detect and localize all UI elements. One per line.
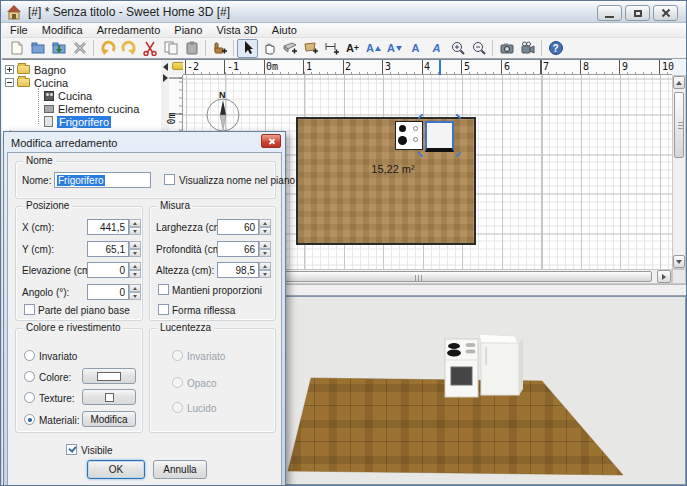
new-home-icon[interactable] <box>6 39 27 58</box>
spin-down[interactable] <box>129 270 141 278</box>
collapse-left-icon[interactable] <box>163 63 168 71</box>
spin-down[interactable] <box>259 249 271 257</box>
modify-materials-button[interactable]: Modifica <box>82 411 136 427</box>
spin-down[interactable] <box>129 292 141 300</box>
spin-up[interactable] <box>259 219 271 227</box>
create-photo-icon[interactable] <box>496 39 517 58</box>
increase-text-size-icon[interactable]: A <box>363 39 384 58</box>
ruler-label: 10 <box>662 61 674 72</box>
ok-button[interactable]: OK <box>87 460 145 479</box>
angle-spinner[interactable]: 0 <box>87 284 141 300</box>
materials-radio[interactable] <box>24 414 35 425</box>
texture-radio[interactable] <box>24 392 35 403</box>
vertical-scroll-thumb[interactable] <box>674 92 684 158</box>
spin-up[interactable] <box>129 284 141 292</box>
spin-up[interactable] <box>129 241 141 249</box>
dialog-title-bar[interactable]: Modifica arredamento <box>7 134 282 151</box>
scroll-up-button[interactable] <box>673 76 685 89</box>
expand-right-icon[interactable] <box>163 74 168 82</box>
spin-down[interactable] <box>129 227 141 235</box>
compass-icon[interactable]: N <box>203 89 243 133</box>
color-radio[interactable] <box>24 371 35 382</box>
plan-vertical-scrollbar[interactable] <box>672 75 686 269</box>
menu-arredamento[interactable]: Arredamento <box>97 24 161 36</box>
create-rooms-tool-icon[interactable] <box>300 39 321 58</box>
maximize-button[interactable] <box>625 5 650 21</box>
x-position-spinner[interactable]: 441,5 <box>87 219 141 235</box>
texture-button[interactable] <box>82 389 136 405</box>
width-spinner[interactable]: 60 <box>217 219 271 235</box>
minimize-button[interactable] <box>597 5 622 21</box>
base-plan-checkbox[interactable] <box>24 304 35 315</box>
paste-icon[interactable] <box>181 39 202 58</box>
color-swatch-button[interactable] <box>82 368 136 384</box>
visible-label: Visibile <box>81 445 113 456</box>
create-video-icon[interactable] <box>517 39 538 58</box>
tree-item-cucina-group[interactable]: Cucina <box>5 76 68 89</box>
pan-tool-icon[interactable] <box>258 39 279 58</box>
cut-icon[interactable] <box>139 39 160 58</box>
help-icon[interactable]: ? <box>545 39 566 58</box>
tree-item-frigorifero[interactable]: Frigorifero <box>44 115 111 128</box>
copy-icon[interactable] <box>160 39 181 58</box>
menu-aiuto[interactable]: Aiuto <box>272 24 297 36</box>
application-window: [#] * Senza titolo - Sweet Home 3D [#] F… <box>0 0 687 486</box>
visible-checkbox[interactable] <box>66 444 77 455</box>
size-group: Misura Larghezza (cm): 60 Profondità (cm… <box>149 206 276 321</box>
keep-proportions-checkbox[interactable] <box>158 284 169 295</box>
height-spinner[interactable]: 98,5 <box>217 262 271 278</box>
spin-down[interactable] <box>129 249 141 257</box>
spin-up[interactable] <box>259 241 271 249</box>
depth-spinner[interactable]: 66 <box>217 241 271 257</box>
decrease-text-size-icon[interactable]: A <box>384 39 405 58</box>
spin-up[interactable] <box>129 219 141 227</box>
add-text-tool-icon[interactable]: A+ <box>342 39 363 58</box>
menu-vista-3d[interactable]: Vista 3D <box>216 24 257 36</box>
texture-swatch <box>105 393 114 402</box>
matt-radio <box>172 377 183 388</box>
plan-refrigerator-selected[interactable] <box>425 121 454 152</box>
spin-down[interactable] <box>259 227 271 235</box>
open-home-icon[interactable] <box>27 39 48 58</box>
cancel-button[interactable]: Annulla <box>153 460 207 479</box>
name-input[interactable]: Frigorifero <box>54 172 151 188</box>
elevation-spinner[interactable]: 0 <box>87 262 141 278</box>
tree-item-bagno[interactable]: Bagno <box>5 63 66 76</box>
3d-stove[interactable] <box>445 339 478 397</box>
menu-modifica[interactable]: Modifica <box>42 24 83 36</box>
scroll-right-button[interactable] <box>657 270 671 283</box>
unchanged-radio[interactable] <box>24 350 35 361</box>
tree-item-cucina[interactable]: Cucina <box>44 89 92 102</box>
zoom-out-icon[interactable] <box>468 39 489 58</box>
title-bar[interactable]: [#] * Senza titolo - Sweet Home 3D [#] <box>1 1 687 23</box>
menu-file[interactable]: File <box>10 24 28 36</box>
spin-up[interactable] <box>129 262 141 270</box>
plan-stove[interactable] <box>395 121 423 150</box>
scroll-down-button[interactable] <box>673 255 685 268</box>
redo-icon[interactable] <box>118 39 139 58</box>
undo-icon[interactable] <box>97 39 118 58</box>
preferences-icon[interactable] <box>69 39 90 58</box>
y-position-spinner[interactable]: 65,1 <box>87 241 141 257</box>
show-name-checkbox[interactable] <box>164 174 175 185</box>
create-dimensions-tool-icon[interactable] <box>321 39 342 58</box>
spin-up[interactable] <box>259 262 271 270</box>
collapse-icon[interactable] <box>5 78 14 87</box>
tree-item-elemento-cucina[interactable]: Elemento cucina <box>44 102 139 115</box>
dialog-close-button[interactable] <box>261 134 281 148</box>
zoom-in-icon[interactable] <box>447 39 468 58</box>
color-swatch <box>97 372 121 381</box>
mirrored-shape-checkbox[interactable] <box>158 304 169 315</box>
menu-piano[interactable]: Piano <box>174 24 202 36</box>
select-tool-icon[interactable] <box>237 39 258 58</box>
expand-icon[interactable] <box>5 65 14 74</box>
shininess-group: Lucentezza Invariato Opaco Lucido <box>149 328 276 433</box>
bold-style-icon[interactable]: A <box>405 39 426 58</box>
save-home-icon[interactable] <box>48 39 69 58</box>
3d-refrigerator[interactable] <box>479 334 523 395</box>
italic-style-icon[interactable]: A <box>426 39 447 58</box>
create-walls-tool-icon[interactable] <box>279 39 300 58</box>
close-button[interactable] <box>653 5 678 21</box>
spin-down[interactable] <box>259 270 271 278</box>
add-furniture-icon[interactable] <box>209 39 230 58</box>
